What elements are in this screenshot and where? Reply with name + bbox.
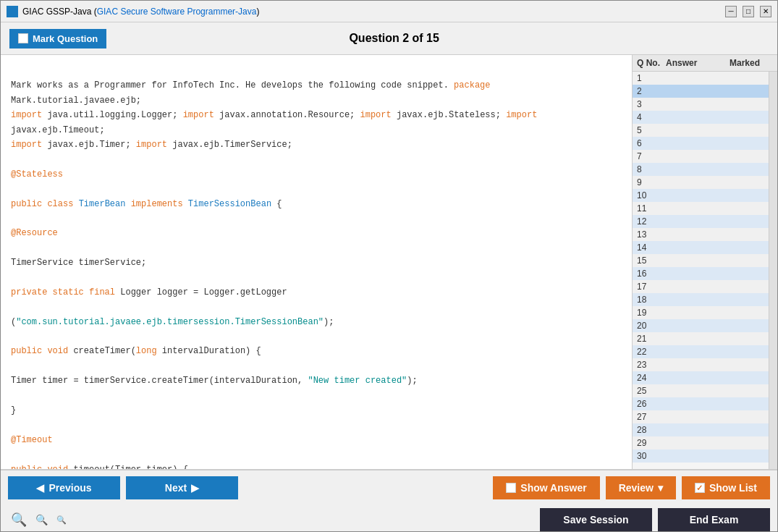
col-answer-header: Answer: [666, 58, 730, 68]
mark-question-button[interactable]: Mark Question: [9, 29, 106, 48]
q-marked: [721, 399, 764, 409]
table-row[interactable]: 28: [633, 423, 769, 436]
table-row[interactable]: 20: [633, 319, 769, 332]
table-row[interactable]: 12: [633, 215, 769, 228]
zoom-out-button[interactable]: 🔍: [8, 510, 30, 529]
table-row[interactable]: 26: [633, 397, 769, 410]
zoom-in-button[interactable]: 🔍: [54, 514, 69, 526]
table-row[interactable]: 3: [633, 98, 769, 111]
title-bar: GIAC GSSP-Java (GIAC Secure Software Pro…: [1, 1, 777, 22]
table-row[interactable]: 7: [633, 150, 769, 163]
zoom-reset-button[interactable]: 🔍: [33, 512, 51, 527]
table-row[interactable]: 2: [633, 85, 769, 98]
code-intro: Mark works as a Programmer for InfoTech …: [11, 64, 622, 469]
scrollbar[interactable]: [769, 72, 777, 469]
q-marked: [721, 373, 764, 383]
q-answer: [666, 164, 721, 174]
q-marked: [721, 216, 764, 227]
table-row[interactable]: 17: [633, 280, 769, 293]
previous-button[interactable]: ◀ Previous: [8, 476, 120, 499]
bottom-buttons-row2: 🔍 🔍 🔍 Save Session End Exam: [1, 505, 777, 532]
table-row[interactable]: 29: [633, 436, 769, 449]
q-answer: [666, 412, 721, 422]
q-number: 23: [637, 360, 666, 370]
show-list-button[interactable]: ✓ Show List: [682, 476, 770, 499]
table-row[interactable]: 23: [633, 358, 769, 371]
q-marked: [721, 412, 764, 422]
review-button[interactable]: Review ▾: [606, 476, 676, 499]
table-row[interactable]: 8: [633, 163, 769, 176]
table-row[interactable]: 14: [633, 241, 769, 254]
table-row[interactable]: 9: [633, 176, 769, 189]
q-marked: [721, 164, 764, 174]
table-row[interactable]: 10: [633, 189, 769, 202]
q-marked: [721, 282, 764, 292]
table-row[interactable]: 15: [633, 254, 769, 267]
table-row[interactable]: 5: [633, 124, 769, 137]
show-answer-checkbox-icon: [506, 483, 516, 493]
q-marked: [721, 334, 764, 344]
q-marked: [721, 151, 764, 161]
table-row[interactable]: 16: [633, 267, 769, 280]
show-answer-button[interactable]: Show Answer: [493, 476, 599, 499]
show-answer-label: Show Answer: [520, 482, 586, 494]
q-marked: [721, 138, 764, 148]
show-list-checkbox-icon: ✓: [695, 483, 705, 493]
save-session-button[interactable]: Save Session: [540, 508, 652, 531]
review-dropdown-icon: ▾: [658, 482, 663, 494]
table-row[interactable]: 13: [633, 228, 769, 241]
end-exam-button[interactable]: End Exam: [658, 508, 770, 531]
q-answer: [666, 190, 721, 200]
q-number: 19: [637, 308, 666, 318]
table-row[interactable]: 1: [633, 72, 769, 85]
minimize-button[interactable]: ─: [725, 6, 737, 17]
q-answer: [666, 347, 721, 357]
q-number: 8: [637, 164, 666, 174]
toolbar: Mark Question Question 2 of 15: [1, 22, 777, 55]
end-exam-label: End Exam: [690, 514, 739, 525]
table-row[interactable]: 22: [633, 345, 769, 358]
title-highlight: GIAC Secure Software Programmer-Java: [97, 7, 257, 17]
q-answer: [666, 138, 721, 148]
table-row[interactable]: 6: [633, 137, 769, 150]
q-marked: [721, 125, 764, 135]
right-panel-rows: 1 2 3 4 5 6 7 8: [633, 72, 769, 469]
table-row[interactable]: 25: [633, 384, 769, 397]
question-title: Question 2 of 15: [106, 32, 682, 45]
q-marked: [721, 242, 764, 253]
table-row[interactable]: 30: [633, 449, 769, 463]
q-marked: [721, 73, 764, 83]
mark-checkbox-icon: [18, 33, 28, 43]
main-window: GIAC GSSP-Java (GIAC Secure Software Pro…: [0, 0, 778, 532]
q-number: 7: [637, 151, 666, 161]
table-row[interactable]: 21: [633, 332, 769, 345]
q-number: 26: [637, 399, 666, 409]
q-answer: [666, 86, 721, 96]
q-number: 2: [637, 86, 666, 96]
table-row[interactable]: 27: [633, 410, 769, 423]
table-row[interactable]: 4: [633, 111, 769, 124]
q-number: 21: [637, 334, 666, 344]
q-number: 9: [637, 177, 666, 187]
table-row[interactable]: 24: [633, 371, 769, 384]
q-marked: [721, 347, 764, 357]
q-marked: [721, 229, 764, 240]
q-marked: [721, 86, 764, 96]
table-row[interactable]: 11: [633, 202, 769, 215]
close-button[interactable]: ✕: [760, 6, 771, 17]
q-number: 3: [637, 99, 666, 109]
maximize-button[interactable]: □: [743, 6, 754, 17]
q-number: 6: [637, 138, 666, 148]
q-marked: [721, 438, 764, 448]
window-controls: ─ □ ✕: [725, 6, 771, 17]
table-row[interactable]: 18: [633, 293, 769, 306]
table-row[interactable]: 19: [633, 306, 769, 319]
title-bar-left: GIAC GSSP-Java (GIAC Secure Software Pro…: [7, 6, 259, 17]
q-number: 20: [637, 321, 666, 331]
q-answer: [666, 373, 721, 383]
q-marked: [721, 190, 764, 200]
next-button[interactable]: Next ▶: [126, 476, 238, 499]
q-answer: [666, 229, 721, 240]
q-answer: [666, 282, 721, 292]
main-area: Mark works as a Programmer for InfoTech …: [1, 55, 777, 470]
